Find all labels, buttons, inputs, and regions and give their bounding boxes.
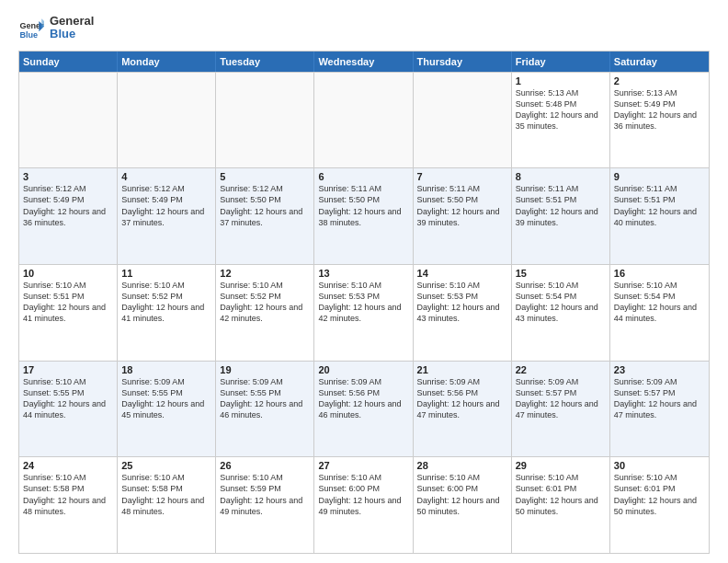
day-number: 4 xyxy=(121,171,211,182)
calendar-cell: 9Sunrise: 5:11 AMSunset: 5:51 PMDaylight… xyxy=(610,168,709,264)
day-number: 11 xyxy=(121,268,211,279)
calendar-cell: 24Sunrise: 5:10 AMSunset: 5:58 PMDayligh… xyxy=(19,457,118,553)
cell-info: Sunrise: 5:09 AMSunset: 5:56 PMDaylight:… xyxy=(318,376,408,421)
day-number: 25 xyxy=(121,460,211,471)
day-number: 9 xyxy=(614,171,705,182)
cell-info: Sunrise: 5:11 AMSunset: 5:50 PMDaylight:… xyxy=(318,183,408,228)
calendar-cell: 15Sunrise: 5:10 AMSunset: 5:54 PMDayligh… xyxy=(512,265,610,361)
calendar-cell: 2Sunrise: 5:13 AMSunset: 5:49 PMDaylight… xyxy=(610,73,709,168)
day-number: 17 xyxy=(23,364,113,375)
day-number: 28 xyxy=(417,460,507,471)
day-number: 24 xyxy=(23,460,113,471)
day-number: 23 xyxy=(614,364,705,375)
logo: General Blue General Blue xyxy=(18,15,94,41)
calendar-cell xyxy=(216,73,314,168)
calendar-cell xyxy=(19,73,118,168)
calendar-cell: 19Sunrise: 5:09 AMSunset: 5:55 PMDayligh… xyxy=(216,362,314,457)
calendar-cell: 21Sunrise: 5:09 AMSunset: 5:56 PMDayligh… xyxy=(414,362,512,457)
cell-info: Sunrise: 5:10 AMSunset: 5:58 PMDaylight:… xyxy=(121,472,211,517)
calendar-cell: 11Sunrise: 5:10 AMSunset: 5:52 PMDayligh… xyxy=(118,265,216,361)
calendar-cell: 27Sunrise: 5:10 AMSunset: 6:00 PMDayligh… xyxy=(314,457,413,553)
calendar-cell: 5Sunrise: 5:12 AMSunset: 5:50 PMDaylight… xyxy=(216,168,314,264)
day-number: 30 xyxy=(614,460,705,471)
logo-icon: General Blue xyxy=(18,15,44,40)
cell-info: Sunrise: 5:11 AMSunset: 5:51 PMDaylight:… xyxy=(614,183,705,228)
cell-info: Sunrise: 5:10 AMSunset: 6:01 PMDaylight:… xyxy=(614,472,705,517)
calendar-cell xyxy=(314,73,413,168)
calendar-cell: 23Sunrise: 5:09 AMSunset: 5:57 PMDayligh… xyxy=(610,362,709,457)
cell-info: Sunrise: 5:10 AMSunset: 5:53 PMDaylight:… xyxy=(318,280,408,325)
header-cell-wednesday: Wednesday xyxy=(314,52,413,72)
calendar: SundayMondayTuesdayWednesdayThursdayFrid… xyxy=(18,51,710,554)
calendar-cell: 30Sunrise: 5:10 AMSunset: 6:01 PMDayligh… xyxy=(610,457,709,553)
cell-info: Sunrise: 5:10 AMSunset: 5:52 PMDaylight:… xyxy=(121,280,211,325)
header-cell-friday: Friday xyxy=(512,52,610,72)
cell-info: Sunrise: 5:09 AMSunset: 5:55 PMDaylight:… xyxy=(121,376,211,421)
calendar-cell: 14Sunrise: 5:10 AMSunset: 5:53 PMDayligh… xyxy=(414,265,512,361)
cell-info: Sunrise: 5:10 AMSunset: 5:51 PMDaylight:… xyxy=(23,280,113,325)
day-number: 12 xyxy=(220,268,310,279)
cell-info: Sunrise: 5:12 AMSunset: 5:50 PMDaylight:… xyxy=(220,183,310,228)
svg-text:Blue: Blue xyxy=(19,30,38,40)
calendar-cell: 12Sunrise: 5:10 AMSunset: 5:52 PMDayligh… xyxy=(216,265,314,361)
cell-info: Sunrise: 5:13 AMSunset: 5:49 PMDaylight:… xyxy=(614,87,705,132)
cell-info: Sunrise: 5:12 AMSunset: 5:49 PMDaylight:… xyxy=(23,183,113,228)
calendar-cell: 3Sunrise: 5:12 AMSunset: 5:49 PMDaylight… xyxy=(19,168,118,264)
day-number: 14 xyxy=(417,268,507,279)
cell-info: Sunrise: 5:09 AMSunset: 5:57 PMDaylight:… xyxy=(614,376,705,421)
cell-info: Sunrise: 5:09 AMSunset: 5:57 PMDaylight:… xyxy=(516,376,606,421)
calendar-cell: 26Sunrise: 5:10 AMSunset: 5:59 PMDayligh… xyxy=(216,457,314,553)
cell-info: Sunrise: 5:10 AMSunset: 5:55 PMDaylight:… xyxy=(23,376,113,421)
calendar-row-4: 17Sunrise: 5:10 AMSunset: 5:55 PMDayligh… xyxy=(19,361,709,457)
day-number: 29 xyxy=(516,460,606,471)
cell-info: Sunrise: 5:11 AMSunset: 5:50 PMDaylight:… xyxy=(417,183,507,228)
calendar-cell: 10Sunrise: 5:10 AMSunset: 5:51 PMDayligh… xyxy=(19,265,118,361)
calendar-cell: 20Sunrise: 5:09 AMSunset: 5:56 PMDayligh… xyxy=(314,362,413,457)
calendar-cell: 16Sunrise: 5:10 AMSunset: 5:54 PMDayligh… xyxy=(610,265,709,361)
cell-info: Sunrise: 5:10 AMSunset: 6:00 PMDaylight:… xyxy=(417,472,507,517)
cell-info: Sunrise: 5:09 AMSunset: 5:55 PMDaylight:… xyxy=(220,376,310,421)
day-number: 18 xyxy=(121,364,211,375)
calendar-row-1: 1Sunrise: 5:13 AMSunset: 5:48 PMDaylight… xyxy=(19,72,709,168)
calendar-row-5: 24Sunrise: 5:10 AMSunset: 5:58 PMDayligh… xyxy=(19,456,709,553)
calendar-cell: 17Sunrise: 5:10 AMSunset: 5:55 PMDayligh… xyxy=(19,362,118,457)
calendar-cell: 25Sunrise: 5:10 AMSunset: 5:58 PMDayligh… xyxy=(118,457,216,553)
day-number: 22 xyxy=(516,364,606,375)
calendar-cell: 29Sunrise: 5:10 AMSunset: 6:01 PMDayligh… xyxy=(512,457,610,553)
calendar-cell: 8Sunrise: 5:11 AMSunset: 5:51 PMDaylight… xyxy=(512,168,610,264)
header-cell-tuesday: Tuesday xyxy=(216,52,314,72)
day-number: 26 xyxy=(220,460,310,471)
cell-info: Sunrise: 5:11 AMSunset: 5:51 PMDaylight:… xyxy=(516,183,606,228)
calendar-body: 1Sunrise: 5:13 AMSunset: 5:48 PMDaylight… xyxy=(19,72,709,553)
day-number: 13 xyxy=(318,268,408,279)
cell-info: Sunrise: 5:10 AMSunset: 5:54 PMDaylight:… xyxy=(516,280,606,325)
cell-info: Sunrise: 5:13 AMSunset: 5:48 PMDaylight:… xyxy=(516,87,606,132)
calendar-row-2: 3Sunrise: 5:12 AMSunset: 5:49 PMDaylight… xyxy=(19,167,709,264)
calendar-cell xyxy=(414,73,512,168)
cell-info: Sunrise: 5:10 AMSunset: 5:53 PMDaylight:… xyxy=(417,280,507,325)
day-number: 7 xyxy=(417,171,507,182)
day-number: 10 xyxy=(23,268,113,279)
day-number: 27 xyxy=(318,460,408,471)
page: General Blue General Blue SundayMondayTu… xyxy=(0,0,728,563)
header-cell-saturday: Saturday xyxy=(610,52,709,72)
cell-info: Sunrise: 5:10 AMSunset: 5:52 PMDaylight:… xyxy=(220,280,310,325)
calendar-cell: 13Sunrise: 5:10 AMSunset: 5:53 PMDayligh… xyxy=(314,265,413,361)
calendar-cell: 22Sunrise: 5:09 AMSunset: 5:57 PMDayligh… xyxy=(512,362,610,457)
cell-info: Sunrise: 5:10 AMSunset: 5:58 PMDaylight:… xyxy=(23,472,113,517)
cell-info: Sunrise: 5:09 AMSunset: 5:56 PMDaylight:… xyxy=(417,376,507,421)
calendar-cell: 1Sunrise: 5:13 AMSunset: 5:48 PMDaylight… xyxy=(512,73,610,168)
logo-general: General xyxy=(50,15,94,28)
day-number: 20 xyxy=(318,364,408,375)
cell-info: Sunrise: 5:10 AMSunset: 6:01 PMDaylight:… xyxy=(516,472,606,517)
cell-info: Sunrise: 5:10 AMSunset: 5:54 PMDaylight:… xyxy=(614,280,705,325)
cell-info: Sunrise: 5:10 AMSunset: 5:59 PMDaylight:… xyxy=(220,472,310,517)
calendar-header: SundayMondayTuesdayWednesdayThursdayFrid… xyxy=(19,52,709,72)
cell-info: Sunrise: 5:10 AMSunset: 6:00 PMDaylight:… xyxy=(318,472,408,517)
header: General Blue General Blue xyxy=(18,15,710,41)
header-cell-thursday: Thursday xyxy=(414,52,512,72)
calendar-row-3: 10Sunrise: 5:10 AMSunset: 5:51 PMDayligh… xyxy=(19,264,709,361)
day-number: 19 xyxy=(220,364,310,375)
calendar-cell: 18Sunrise: 5:09 AMSunset: 5:55 PMDayligh… xyxy=(118,362,216,457)
logo-blue: Blue xyxy=(50,28,94,40)
